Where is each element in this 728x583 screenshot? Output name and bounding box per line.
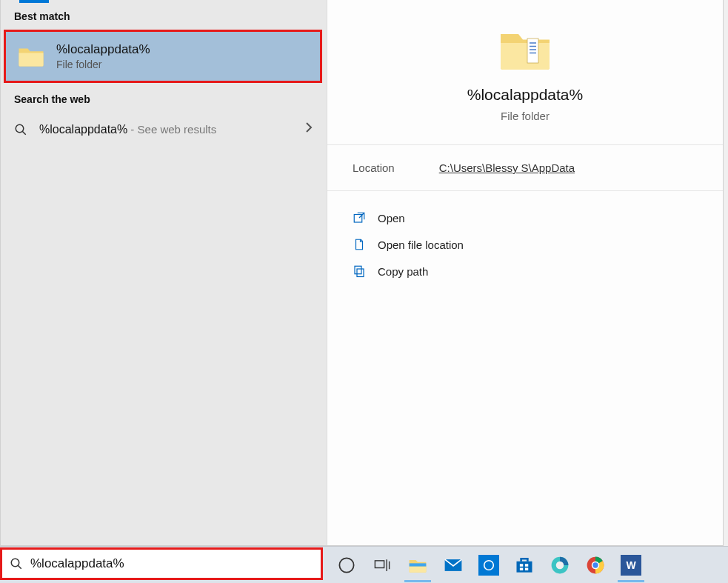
taskbar: W — [0, 546, 728, 583]
location-label: Location — [353, 161, 395, 174]
svg-rect-9 — [355, 266, 361, 274]
action-open-label: Open — [378, 212, 405, 224]
svg-line-11 — [18, 565, 21, 569]
action-open[interactable]: Open — [345, 204, 705, 231]
word-button[interactable]: W — [613, 548, 649, 582]
svg-point-28 — [592, 562, 598, 567]
action-copy-path-label: Copy path — [378, 265, 428, 278]
location-row: Location C:\Users\Blessy S\AppData — [327, 145, 723, 191]
best-match-subtitle: File folder — [56, 59, 150, 70]
mail-button[interactable] — [435, 548, 471, 582]
svg-rect-16 — [410, 563, 427, 566]
search-icon — [14, 123, 27, 136]
preview-title: %localappdata% — [467, 86, 583, 104]
file-explorer-icon — [407, 555, 428, 576]
cortana-icon — [336, 555, 357, 576]
svg-rect-21 — [525, 564, 528, 567]
svg-point-0 — [16, 124, 24, 133]
best-match-text: %localappdata% File folder — [56, 42, 150, 70]
preview-subtitle: File folder — [501, 110, 550, 122]
location-path[interactable]: C:\Users\Blessy S\AppData — [439, 161, 575, 174]
chrome-button[interactable] — [578, 548, 613, 582]
web-result-label: %localappdata% - See web results — [39, 123, 216, 136]
taskbar-search-box[interactable] — [0, 547, 323, 580]
svg-rect-23 — [525, 567, 528, 570]
location-icon — [353, 238, 366, 251]
action-open-location-label: Open file location — [378, 239, 464, 251]
svg-rect-20 — [520, 564, 523, 567]
dell-button[interactable] — [471, 548, 507, 582]
copy-icon — [353, 264, 366, 278]
preview-actions: Open Open file location Copy path — [327, 191, 723, 298]
file-explorer-button[interactable] — [400, 548, 435, 582]
svg-line-1 — [22, 131, 26, 135]
svg-rect-2 — [527, 39, 538, 63]
search-input[interactable] — [30, 556, 187, 571]
svg-rect-8 — [357, 269, 364, 277]
chrome-icon — [585, 555, 606, 576]
cortana-button[interactable] — [329, 548, 364, 582]
best-match-result[interactable]: %localappdata% File folder — [4, 30, 322, 83]
search-icon — [10, 557, 23, 570]
edge-button[interactable] — [542, 548, 578, 582]
svg-point-10 — [11, 559, 19, 567]
store-icon — [514, 555, 535, 576]
web-search-result[interactable]: %localappdata% - See web results — [1, 113, 327, 146]
best-match-title: %localappdata% — [56, 42, 150, 57]
svg-point-18 — [484, 560, 494, 570]
best-match-header: Best match — [1, 0, 327, 30]
edge-icon — [550, 555, 570, 576]
taskbar-icons: W — [329, 548, 649, 582]
folder-large-icon — [498, 27, 552, 73]
mail-icon — [443, 555, 464, 576]
folder-icon — [18, 45, 44, 67]
word-icon: W — [621, 555, 641, 576]
svg-rect-22 — [520, 567, 523, 570]
dell-icon — [478, 555, 499, 576]
preview-header: %localappdata% File folder — [327, 0, 723, 145]
tab-indicator — [19, 0, 49, 3]
svg-point-12 — [339, 558, 353, 572]
action-open-location[interactable]: Open file location — [345, 231, 705, 258]
action-copy-path[interactable]: Copy path — [345, 258, 705, 284]
search-web-header: Search the web — [1, 83, 327, 113]
task-view-icon — [372, 555, 393, 576]
windows-search-panel: Best match %localappdata% File folder Se… — [0, 0, 724, 546]
svg-rect-13 — [375, 560, 384, 567]
open-icon — [353, 211, 366, 224]
task-view-button[interactable] — [364, 548, 400, 582]
chevron-right-icon — [304, 121, 313, 137]
store-button[interactable] — [507, 548, 542, 582]
results-pane: Best match %localappdata% File folder Se… — [1, 0, 327, 545]
svg-point-25 — [556, 561, 564, 569]
svg-rect-19 — [517, 561, 532, 572]
preview-pane: %localappdata% File folder Location C:\U… — [327, 0, 723, 545]
